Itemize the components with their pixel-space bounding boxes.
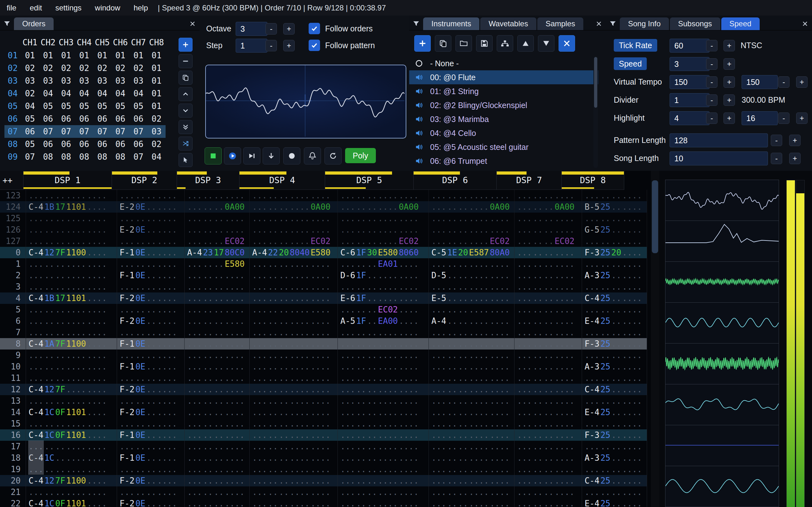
orders-title-tab[interactable]: Orders [14,17,54,30]
pattern-cell[interactable]: ........... [185,406,250,418]
pattern-cell[interactable]: C-51E20E58780A0 [429,247,514,258]
order-cell[interactable]: 04 [21,101,39,111]
pattern-cell[interactable]: ........... [117,304,185,315]
instrument-list-item[interactable]: 03: @3 Marimba [409,112,598,126]
pattern-cell[interactable]: C-41C0F1101.... [26,406,117,418]
order-cell[interactable]: 01 [111,51,130,60]
pattern-cell[interactable]: ...........EC02 [338,235,429,247]
order-cell[interactable]: 04 [148,152,165,162]
virtual-tempo-den-minus-button[interactable]: - [778,76,790,88]
pattern-cell[interactable]: E-425...... [582,315,647,327]
pattern-cell[interactable]: ........... [185,315,250,327]
pattern-cell[interactable]: ........... [117,464,185,475]
pattern-cell[interactable]: ........... [514,213,582,224]
order-cell[interactable]: 05 [57,101,75,111]
divider-plus-button[interactable]: + [723,95,735,106]
pattern-cell[interactable]: ........... [185,292,250,304]
order-cell[interactable]: 03 [111,76,130,86]
pattern-cell[interactable]: ............... [338,429,429,441]
order-cell[interactable]: 01 [130,51,148,60]
pattern-cell[interactable]: ............... [26,213,117,224]
order-cell[interactable]: 03 [93,76,111,86]
speed-input[interactable]: 3 [670,57,710,71]
order-cell[interactable]: 03 [148,127,165,136]
record-button[interactable] [283,147,300,164]
pattern-cell[interactable]: ........... [514,190,582,201]
move-order-up-button[interactable] [179,87,193,101]
pattern-cell[interactable]: F-10E...... [117,429,185,441]
order-cell[interactable]: 01 [148,63,165,73]
pattern-cell[interactable]: ........... [185,372,250,384]
pattern-cell[interactable]: ........... [582,464,647,475]
pattern-cell[interactable]: ........... [514,270,582,281]
pattern-cell[interactable]: C-41C0F1101.... [26,498,117,507]
song-length-input[interactable]: 10 [670,152,768,165]
virtual-tempo-numerator-input[interactable]: 150 [670,75,710,89]
channel-header[interactable]: DSP 2 [112,171,177,189]
pattern-cell[interactable]: C-41B171101.... [26,292,117,304]
highlight-a-minus-button[interactable]: - [706,112,717,124]
order-change-mode-button[interactable] [179,136,193,151]
order-cell[interactable]: 01 [148,101,165,111]
window-menu-icon[interactable] [606,17,620,30]
pattern-cell[interactable]: ............... [250,224,338,235]
remove-order-button[interactable] [179,54,193,68]
pattern-cell[interactable]: ............... [250,270,338,281]
pattern-cell[interactable]: ............... [250,498,338,507]
pattern-cell[interactable]: ............... [250,338,338,349]
song-length-minus-button[interactable]: - [771,153,782,164]
speed-label[interactable]: Speed [614,57,647,70]
order-cell[interactable]: 06 [130,139,148,149]
pattern-cell[interactable]: G-525...... [582,224,647,235]
add-instrument-button[interactable] [414,35,431,52]
pattern-cell[interactable]: ........... [582,213,647,224]
pattern-cell[interactable]: ............... [250,384,338,395]
pattern-cell[interactable]: ............... [250,304,338,315]
order-cell[interactable]: 07 [130,127,148,136]
pattern-cell[interactable]: ........... [185,281,250,292]
pattern-cell[interactable]: ............... [250,452,338,464]
pattern-cell[interactable]: ............... [429,464,514,475]
order-cell[interactable]: 03 [21,76,39,86]
order-cell[interactable]: 03 [130,76,148,86]
pattern-cell[interactable]: ............... [338,349,429,361]
order-row-number[interactable]: 05 [4,101,21,111]
pattern-cell[interactable]: C-425...... [582,292,647,304]
tick-rate-input[interactable]: 60 [670,39,710,53]
pattern-cell[interactable]: ........... [185,213,250,224]
pattern-cell[interactable]: ............... [338,395,429,406]
divider-input[interactable]: 1 [670,93,710,107]
channel-header[interactable]: DSP 6 [414,171,497,189]
order-cell[interactable]: 03 [57,76,75,86]
order-cell[interactable]: 06 [75,139,93,149]
pattern-cell[interactable]: ........... [582,327,647,338]
channel-header[interactable]: DSP 7 [497,171,562,189]
pattern-cell[interactable]: ............... [429,452,514,464]
pattern-cell[interactable]: .......E580 [185,258,250,270]
order-cell[interactable]: 07 [130,152,148,162]
highlight-b-minus-button[interactable]: - [778,112,790,124]
pattern-cell[interactable]: ............... [429,338,514,349]
pattern-cell[interactable]: A-325...... [582,452,647,464]
move-order-down-button[interactable] [179,104,193,118]
move-instrument-down-button[interactable] [538,35,554,52]
order-row-number[interactable]: 03 [4,76,21,86]
pattern-cell[interactable]: ........... [185,475,250,487]
pattern-cell[interactable]: F-20E...... [117,315,185,327]
highlight-b-input[interactable]: 16 [742,111,778,125]
pattern-cell[interactable]: ........... [185,327,250,338]
pattern-cell[interactable]: C-425...... [582,475,647,487]
pattern-cell[interactable]: ............... [429,224,514,235]
order-cell[interactable]: 06 [21,127,39,136]
pattern-cell[interactable]: E-61F.......... [338,292,429,304]
pattern-cell[interactable]: ............... [250,327,338,338]
instrument-list-item[interactable]: 06: @6 Trumpet [409,154,598,168]
pattern-cell[interactable]: ............... [338,498,429,507]
instrument-list-item[interactable]: - None - [409,56,598,70]
pattern-cell[interactable]: D-5............ [429,270,514,281]
order-cell[interactable]: 01 [57,51,75,60]
pattern-cell[interactable]: .......EC02 [514,235,582,247]
pattern-cell[interactable]: ........... [582,304,647,315]
pattern-cell[interactable]: ........... [185,452,250,464]
order-cell[interactable]: 04 [75,89,93,98]
